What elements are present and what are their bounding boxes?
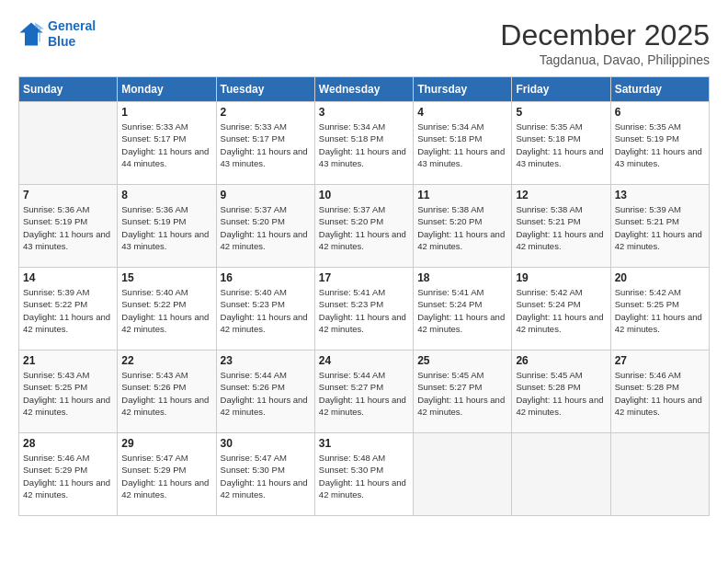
day-number: 29 — [121, 437, 211, 450]
day-info: Sunrise: 5:37 AMSunset: 5:20 PMDaylight:… — [221, 203, 311, 252]
day-info: Sunrise: 5:40 AMSunset: 5:22 PMDaylight:… — [121, 286, 211, 335]
day-number: 2 — [221, 106, 311, 119]
calendar-cell — [19, 102, 118, 185]
weekday-header: Wednesday — [314, 77, 413, 102]
calendar-cell: 1Sunrise: 5:33 AMSunset: 5:17 PMDaylight… — [118, 102, 216, 185]
day-info: Sunrise: 5:43 AMSunset: 5:25 PMDaylight:… — [23, 369, 113, 418]
day-number: 20 — [615, 271, 705, 284]
day-number: 27 — [615, 354, 705, 367]
calendar-cell: 28Sunrise: 5:46 AMSunset: 5:29 PMDayligh… — [19, 433, 118, 516]
day-info: Sunrise: 5:48 AMSunset: 5:30 PMDaylight:… — [319, 452, 409, 500]
day-number: 21 — [23, 354, 113, 367]
calendar-cell: 21Sunrise: 5:43 AMSunset: 5:25 PMDayligh… — [19, 350, 118, 433]
day-number: 31 — [319, 437, 409, 450]
calendar-week-row: 21Sunrise: 5:43 AMSunset: 5:25 PMDayligh… — [19, 350, 710, 433]
calendar-week-row: 1Sunrise: 5:33 AMSunset: 5:17 PMDaylight… — [19, 102, 710, 185]
calendar-cell: 12Sunrise: 5:38 AMSunset: 5:21 PMDayligh… — [512, 185, 610, 268]
day-number: 10 — [319, 189, 409, 201]
calendar-cell: 6Sunrise: 5:35 AMSunset: 5:19 PMDaylight… — [610, 102, 709, 185]
day-info: Sunrise: 5:34 AMSunset: 5:18 PMDaylight:… — [319, 121, 409, 169]
calendar-cell: 2Sunrise: 5:33 AMSunset: 5:17 PMDaylight… — [216, 102, 314, 185]
weekday-header: Monday — [118, 77, 216, 102]
day-info: Sunrise: 5:45 AMSunset: 5:27 PMDaylight:… — [417, 369, 507, 418]
calendar-cell: 16Sunrise: 5:40 AMSunset: 5:23 PMDayligh… — [216, 268, 314, 350]
day-info: Sunrise: 5:42 AMSunset: 5:25 PMDaylight:… — [615, 286, 705, 335]
calendar-week-row: 14Sunrise: 5:39 AMSunset: 5:22 PMDayligh… — [19, 268, 710, 350]
calendar-cell: 5Sunrise: 5:35 AMSunset: 5:18 PMDaylight… — [512, 102, 610, 185]
day-info: Sunrise: 5:47 AMSunset: 5:30 PMDaylight:… — [221, 452, 311, 500]
day-info: Sunrise: 5:41 AMSunset: 5:24 PMDaylight:… — [417, 286, 507, 335]
day-info: Sunrise: 5:44 AMSunset: 5:26 PMDaylight:… — [221, 369, 311, 418]
calendar-cell: 11Sunrise: 5:38 AMSunset: 5:20 PMDayligh… — [414, 185, 512, 268]
day-number: 9 — [221, 189, 311, 201]
day-number: 23 — [221, 354, 311, 367]
day-number: 13 — [615, 189, 705, 201]
day-number: 24 — [319, 354, 409, 367]
day-number: 6 — [615, 106, 705, 119]
calendar-cell: 31Sunrise: 5:48 AMSunset: 5:30 PMDayligh… — [314, 433, 413, 516]
day-info: Sunrise: 5:42 AMSunset: 5:24 PMDaylight:… — [516, 286, 606, 335]
calendar-cell: 24Sunrise: 5:44 AMSunset: 5:27 PMDayligh… — [314, 350, 413, 433]
day-info: Sunrise: 5:41 AMSunset: 5:23 PMDaylight:… — [319, 286, 409, 335]
weekday-header: Saturday — [610, 77, 709, 102]
calendar-cell: 7Sunrise: 5:36 AMSunset: 5:19 PMDaylight… — [19, 185, 118, 268]
day-number: 28 — [23, 437, 113, 450]
calendar-cell: 19Sunrise: 5:42 AMSunset: 5:24 PMDayligh… — [512, 268, 610, 350]
logo-icon — [18, 21, 44, 47]
day-info: Sunrise: 5:44 AMSunset: 5:27 PMDaylight:… — [319, 369, 409, 418]
calendar-cell: 23Sunrise: 5:44 AMSunset: 5:26 PMDayligh… — [216, 350, 314, 433]
calendar-cell: 30Sunrise: 5:47 AMSunset: 5:30 PMDayligh… — [216, 433, 314, 516]
day-info: Sunrise: 5:43 AMSunset: 5:26 PMDaylight:… — [121, 369, 211, 418]
calendar-cell: 22Sunrise: 5:43 AMSunset: 5:26 PMDayligh… — [118, 350, 216, 433]
day-number: 5 — [516, 106, 606, 119]
day-number: 16 — [221, 271, 311, 284]
calendar-cell: 20Sunrise: 5:42 AMSunset: 5:25 PMDayligh… — [610, 268, 709, 350]
day-number: 19 — [516, 271, 606, 284]
calendar-cell: 18Sunrise: 5:41 AMSunset: 5:24 PMDayligh… — [414, 268, 512, 350]
day-number: 1 — [121, 106, 211, 119]
day-number: 30 — [221, 437, 311, 450]
day-number: 25 — [417, 354, 507, 367]
day-number: 15 — [121, 271, 211, 284]
day-info: Sunrise: 5:47 AMSunset: 5:29 PMDaylight:… — [121, 452, 211, 500]
day-info: Sunrise: 5:45 AMSunset: 5:28 PMDaylight:… — [516, 369, 606, 418]
day-number: 18 — [417, 271, 507, 284]
day-info: Sunrise: 5:39 AMSunset: 5:21 PMDaylight:… — [615, 203, 705, 252]
calendar-cell — [610, 433, 709, 516]
title-area: December 2025 Tagdanua, Davao, Philippin… — [500, 18, 710, 67]
calendar-cell — [512, 433, 610, 516]
calendar-week-row: 7Sunrise: 5:36 AMSunset: 5:19 PMDaylight… — [19, 185, 710, 268]
day-info: Sunrise: 5:36 AMSunset: 5:19 PMDaylight:… — [121, 203, 211, 252]
day-number: 14 — [23, 271, 113, 284]
day-info: Sunrise: 5:34 AMSunset: 5:18 PMDaylight:… — [417, 121, 507, 169]
day-info: Sunrise: 5:39 AMSunset: 5:22 PMDaylight:… — [23, 286, 113, 335]
day-info: Sunrise: 5:33 AMSunset: 5:17 PMDaylight:… — [121, 121, 211, 169]
day-info: Sunrise: 5:35 AMSunset: 5:18 PMDaylight:… — [516, 121, 606, 169]
calendar-cell: 27Sunrise: 5:46 AMSunset: 5:28 PMDayligh… — [610, 350, 709, 433]
day-number: 17 — [319, 271, 409, 284]
day-number: 11 — [417, 189, 507, 201]
calendar-table: SundayMondayTuesdayWednesdayThursdayFrid… — [18, 76, 710, 516]
main-title: December 2025 — [500, 18, 710, 52]
calendar-cell: 3Sunrise: 5:34 AMSunset: 5:18 PMDaylight… — [314, 102, 413, 185]
logo-text: General Blue — [48, 18, 96, 50]
day-info: Sunrise: 5:37 AMSunset: 5:20 PMDaylight:… — [319, 203, 409, 252]
calendar-cell: 25Sunrise: 5:45 AMSunset: 5:27 PMDayligh… — [414, 350, 512, 433]
day-info: Sunrise: 5:46 AMSunset: 5:29 PMDaylight:… — [23, 452, 113, 500]
page-header: General Blue December 2025 Tagdanua, Dav… — [18, 18, 710, 67]
calendar-cell: 14Sunrise: 5:39 AMSunset: 5:22 PMDayligh… — [19, 268, 118, 350]
day-number: 22 — [121, 354, 211, 367]
calendar-header-row: SundayMondayTuesdayWednesdayThursdayFrid… — [19, 77, 710, 102]
logo: General Blue — [18, 18, 96, 50]
day-info: Sunrise: 5:38 AMSunset: 5:21 PMDaylight:… — [516, 203, 606, 252]
day-info: Sunrise: 5:33 AMSunset: 5:17 PMDaylight:… — [221, 121, 311, 169]
calendar-cell: 13Sunrise: 5:39 AMSunset: 5:21 PMDayligh… — [610, 185, 709, 268]
day-number: 8 — [121, 189, 211, 201]
day-info: Sunrise: 5:35 AMSunset: 5:19 PMDaylight:… — [615, 121, 705, 169]
calendar-cell — [414, 433, 512, 516]
calendar-cell: 8Sunrise: 5:36 AMSunset: 5:19 PMDaylight… — [118, 185, 216, 268]
calendar-cell: 17Sunrise: 5:41 AMSunset: 5:23 PMDayligh… — [314, 268, 413, 350]
day-number: 12 — [516, 189, 606, 201]
subtitle: Tagdanua, Davao, Philippines — [500, 52, 710, 67]
day-number: 26 — [516, 354, 606, 367]
